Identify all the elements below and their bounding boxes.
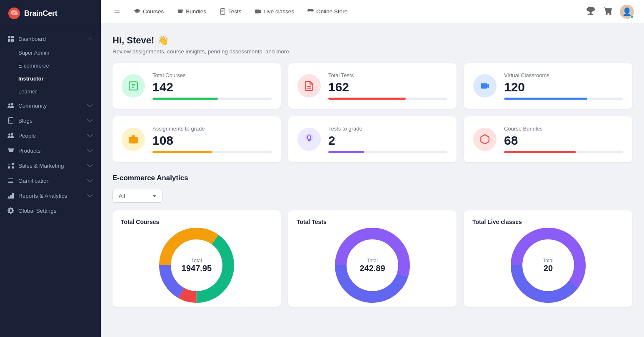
topbar-tests[interactable]: Tests [214,5,247,18]
stat-icon-total-tests [297,74,321,98]
stat-bar-total-tests [328,98,447,100]
cart-button[interactable] [602,5,614,18]
sidebar-item-blogs[interactable]: Blogs [0,113,101,128]
community-icon [7,102,14,109]
chevron-down-icon-5 [87,162,93,169]
stat-label-total-tests: Total Tests [328,72,447,78]
stat-bar-assignments-to-grade [152,151,272,153]
stat-value-course-bundles: 68 [504,133,623,148]
dashboard-icon [7,35,14,42]
sidebar-item-community-label: Community [18,103,47,109]
main-content: Hi, Steve! 👋 Review assignments, course … [101,23,644,337]
stat-card-virtual-classrooms: Virtual Classrooms 120 [464,63,632,109]
chevron-down-icon [87,102,93,109]
sidebar-item-reports[interactable]: Reports & Analytics [0,188,101,203]
stat-info-total-tests: Total Tests 162 [328,72,447,100]
stat-icon-assignments-to-grade [122,128,145,151]
chevron-down-icon-4 [87,147,93,154]
bundles-icon [177,8,183,15]
stat-value-total-tests: 162 [328,80,447,94]
sidebar-item-reports-label: Reports & Analytics [18,193,67,199]
stat-card-total-courses: Total Courses 142 [112,63,281,109]
page-greeting: Hi, Steve! 👋 Review assignments, course … [112,35,632,55]
gamification-icon [7,177,14,184]
sidebar-logo[interactable]: 🧠 BrainCert [0,0,101,27]
chart-card-total-courses-chart: Total Courses Total 1947.95 [112,210,281,307]
topbar-bundles-label: Bundles [186,8,206,15]
stat-bar-fill-tests-to-grade [328,151,364,153]
charts-grid: Total Courses Total 1947.95 Total Tests … [112,210,632,307]
topbar-tests-label: Tests [228,8,242,15]
courses-stack-icon [134,8,140,15]
tests-icon [220,8,226,15]
stat-label-total-courses: Total Courses [152,72,272,78]
topbar: Courses Bundles Tests Live classes Onlin… [101,0,644,23]
products-icon [7,147,14,154]
sidebar-item-learner[interactable]: Learner [0,85,101,98]
settings-icon [7,207,14,214]
chevron-down-icon-7 [87,192,93,199]
stat-label-tests-to-grade: Tests to grade [328,126,447,132]
svg-rect-4 [8,39,10,42]
chart-card-total-tests-chart: Total Tests Total 242.89 [288,210,457,307]
avatar-online-dot [630,15,634,18]
topbar-live-classes-label: Live classes [264,8,295,15]
sidebar-item-dashboard[interactable]: Dashboard [0,31,101,46]
chevron-down-icon-6 [87,177,93,184]
svg-point-10 [307,136,311,139]
stat-icon-tests-to-grade [297,128,321,151]
stat-value-assignments-to-grade: 108 [152,133,272,148]
menu-toggle-button[interactable] [111,5,123,18]
stat-bar-fill-total-tests [328,98,406,100]
sidebar-item-community[interactable]: Community [0,98,101,113]
sidebar-item-products[interactable]: Products [0,143,101,158]
stat-value-virtual-classrooms: 120 [504,80,623,94]
stat-bar-fill-virtual-classrooms [504,98,587,100]
stat-icon-total-courses [122,74,145,98]
sidebar-navigation: Dashboard Super Admin E-commerce Instruc… [0,27,101,337]
greeting-title: Hi, Steve! 👋 [112,35,632,46]
donut-svg [159,228,234,303]
topbar-online-store-label: Online Store [316,8,347,15]
stat-bar-course-bundles [504,151,623,153]
trophy-button[interactable] [585,5,597,18]
sidebar-item-products-label: Products [18,148,40,154]
filter-select[interactable]: AllThis WeekThis MonthThis Year [112,189,162,203]
sidebar-item-global-settings[interactable]: Global Settings [0,203,101,218]
stat-bar-fill-total-courses [152,98,218,100]
stat-bar-virtual-classrooms [504,98,623,100]
sidebar-item-gamification[interactable]: Gamification [0,173,101,188]
stats-grid: Total Courses 142 Total Tests 162 Virtua… [112,63,632,162]
ecommerce-analytics-section: E-commerce Analytics AllThis WeekThis Mo… [112,174,632,307]
donut-svg [335,228,410,303]
avatar[interactable]: 👤 [620,5,634,19]
svg-rect-2 [8,36,10,38]
sidebar-item-people[interactable]: People [0,128,101,143]
reports-icon [7,192,14,199]
stat-info-course-bundles: Course Bundles 68 [504,126,623,153]
live-classes-icon [255,8,261,15]
topbar-online-store[interactable]: Online Store [302,5,353,18]
topbar-icons: 👤 [585,5,634,19]
stat-info-virtual-classrooms: Virtual Classrooms 120 [504,72,623,100]
greeting-emoji: 👋 [157,35,169,46]
stat-card-assignments-to-grade: Assignments to grade 108 [112,116,281,162]
topbar-courses[interactable]: Courses [128,5,170,18]
sidebar-item-sales-marketing[interactable]: Sales & Marketing [0,158,101,173]
sidebar-item-gamification-label: Gamification [18,178,50,184]
people-icon [7,132,14,139]
stat-icon-course-bundles [473,128,497,151]
topbar-bundles[interactable]: Bundles [171,5,212,18]
sidebar-item-super-admin[interactable]: Super Admin [0,46,101,59]
sidebar: 🧠 BrainCert Dashboard Super Admin E-comm… [0,0,101,337]
stat-card-tests-to-grade: Tests to grade 2 [288,116,457,162]
sidebar-item-e-commerce[interactable]: E-commerce [0,59,101,72]
svg-rect-5 [11,39,14,42]
donut-wrap-total-live-classes-chart: Total 20 [472,232,624,299]
stat-bar-tests-to-grade [328,151,447,153]
stat-info-total-courses: Total Courses 142 [152,72,272,100]
sidebar-item-sales-label: Sales & Marketing [18,163,64,169]
sidebar-item-instructor[interactable]: Instructor [0,72,101,85]
chart-title-total-live-classes-chart: Total Live classes [472,219,624,225]
topbar-live-classes[interactable]: Live classes [249,5,300,18]
